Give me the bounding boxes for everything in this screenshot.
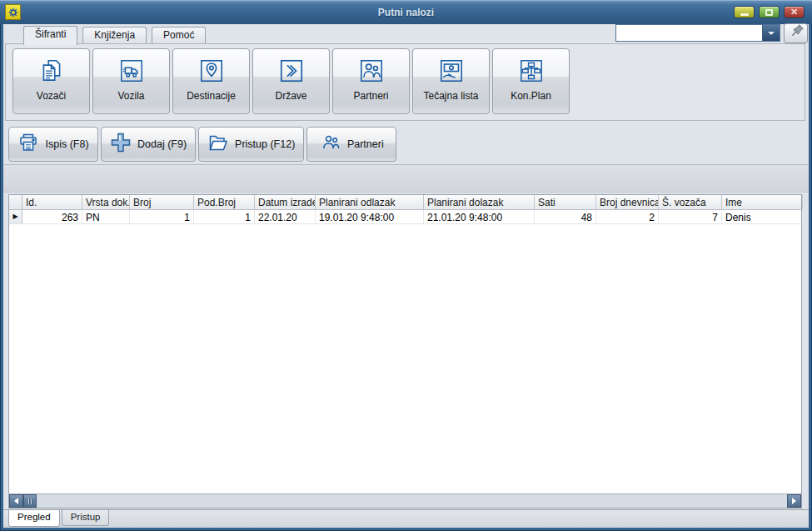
scroll-right-button[interactable]	[787, 494, 801, 508]
grid-selector-header	[9, 195, 22, 209]
table-row[interactable]: ▶263PN1122.01.2019.01.20 9:48:0021.01.20…	[9, 210, 801, 224]
view-tab-pristup[interactable]: Pristup	[62, 510, 110, 526]
folder-open-icon	[207, 132, 229, 157]
arrow-left-icon	[14, 498, 18, 504]
cell-planirani-dolazak[interactable]: 21.01.20 9:48:00	[424, 210, 535, 223]
action-button-ispis-f8[interactable]: Ispis (F8)	[8, 127, 98, 162]
column-header-pod-broj[interactable]: Pod.Broj	[194, 195, 255, 209]
cell-broj[interactable]: 1	[130, 210, 194, 223]
grid-header-row: Id.Vrsta dok.BrojPod.BrojDatum izradePla…	[9, 195, 801, 210]
grid-empty-area	[9, 224, 801, 493]
horizontal-scrollbar[interactable]	[9, 493, 801, 508]
thumb-grip-icon	[31, 498, 32, 504]
people-icon	[357, 54, 386, 88]
view-tab-pregled[interactable]: Pregled	[8, 510, 60, 527]
people-small-icon	[320, 132, 341, 157]
close-button[interactable]	[784, 6, 805, 18]
data-grid: Id.Vrsta dok.BrojPod.BrojDatum izradePla…	[8, 194, 802, 508]
ribbon-button-label: Destinacije	[187, 90, 236, 102]
tab-sifranti[interactable]: Šifranti	[23, 26, 77, 45]
double-chevron-icon	[277, 54, 306, 88]
org-chart-icon	[517, 54, 545, 88]
ribbon-button-label: Vozila	[117, 90, 144, 102]
location-pin-icon	[197, 54, 226, 88]
exchange-money-icon	[437, 54, 466, 88]
titlebar: Putni nalozi	[0, 0, 812, 24]
column-header-vrsta-dok[interactable]: Vrsta dok.	[82, 195, 130, 209]
cell-sati[interactable]: 48	[535, 210, 596, 223]
client-area: ŠifrantiKnjiženjaPomoć VozačiVozilaDesti…	[3, 24, 809, 528]
column-header-broj[interactable]: Broj	[130, 195, 194, 209]
scrollbar-thumb[interactable]	[23, 494, 37, 508]
action-toolbar: Ispis (F8)Dodaj (F9)Pristup (F12)Partner…	[8, 127, 396, 162]
view-tabstrip: PregledPristup	[3, 509, 809, 528]
column-header-planirani-dolazak[interactable]: Planirani dolazak	[424, 195, 535, 209]
cell-id[interactable]: 263	[22, 210, 82, 223]
cell-datum-izrade[interactable]: 22.01.20	[255, 210, 316, 223]
close-icon	[790, 8, 798, 17]
truck-icon	[117, 54, 146, 88]
ribbon-button-label: Kon.Plan	[511, 90, 551, 102]
ribbon-button-kon-plan[interactable]: Kon.Plan	[492, 48, 570, 114]
chevron-down-icon	[768, 32, 775, 35]
ribbon-button-tecajna-lista[interactable]: Tečajna lista	[412, 48, 490, 114]
column-header-s-vozaca[interactable]: Š. vozača	[659, 195, 722, 209]
quick-search-combobox[interactable]	[615, 24, 780, 42]
column-header-datum-izrade[interactable]: Datum izrade	[255, 195, 316, 209]
scroll-left-button[interactable]	[9, 494, 23, 508]
maximize-button[interactable]	[759, 6, 780, 18]
cell-planirani-odlazak[interactable]: 19.01.20 9:48:00	[316, 210, 424, 223]
quick-search-input[interactable]	[616, 25, 762, 41]
ribbon-button-label: Vozači	[37, 90, 66, 102]
app-window: Putni nalozi ŠifrantiKnjiženjaPomoć Voza…	[0, 0, 812, 531]
pin-button[interactable]	[784, 23, 808, 43]
window-title: Putni nalozi	[0, 7, 812, 18]
tab-pomoc[interactable]: Pomoć	[152, 27, 206, 44]
thumb-grip-icon	[28, 498, 29, 504]
scrollbar-track[interactable]	[37, 494, 787, 508]
printer-icon	[17, 132, 39, 157]
documents-icon	[37, 54, 66, 88]
arrow-right-icon	[792, 498, 796, 504]
ribbon-toolbar: VozačiVozilaDestinacijeDržavePartneriTeč…	[5, 43, 805, 121]
cell-broj-dnevnica[interactable]: 2	[596, 210, 659, 223]
cell-s-vozaca[interactable]: 7	[659, 210, 722, 223]
action-button-dodaj-f9[interactable]: Dodaj (F9)	[101, 127, 196, 162]
combobox-dropdown-button[interactable]	[762, 25, 780, 41]
pin-icon	[787, 23, 805, 44]
minimize-icon	[740, 13, 749, 16]
cell-ime[interactable]: Denis	[722, 210, 803, 223]
action-button-label: Pristup (F12)	[235, 138, 295, 150]
ribbon-button-vozila[interactable]: Vozila	[92, 48, 170, 114]
ribbon-button-label: Države	[275, 90, 306, 102]
column-header-ime[interactable]: Ime	[722, 195, 803, 209]
plus-icon	[110, 132, 132, 157]
row-selected-marker-icon: ▶	[12, 213, 17, 220]
action-button-label: Ispis (F8)	[45, 138, 88, 150]
ribbon-button-label: Partneri	[353, 90, 388, 102]
column-header-broj-dnevnica[interactable]: Broj dnevnica	[596, 195, 659, 209]
ribbon-button-drzave[interactable]: Države	[252, 48, 330, 114]
ribbon-button-label: Tečajna lista	[423, 90, 478, 102]
app-gear-icon	[5, 4, 21, 20]
filter-band	[3, 165, 809, 193]
ribbon-button-vozaci[interactable]: Vozači	[12, 48, 90, 114]
ribbon-button-partneri[interactable]: Partneri	[332, 48, 410, 114]
column-header-planirani-odlazak[interactable]: Planirani odlazak	[316, 195, 424, 209]
ribbon-button-destinacije[interactable]: Destinacije	[172, 48, 250, 114]
maximize-icon	[765, 9, 773, 16]
action-button-label: Partneri	[347, 138, 384, 150]
tab-knjizenja[interactable]: Knjiženja	[82, 27, 147, 44]
window-controls	[734, 6, 805, 18]
column-header-sati[interactable]: Sati	[535, 195, 596, 209]
action-button-label: Dodaj (F9)	[137, 138, 187, 150]
cell-vrsta-dok[interactable]: PN	[82, 210, 130, 223]
minimize-button[interactable]	[734, 6, 755, 18]
action-button-partneri[interactable]: Partneri	[306, 127, 396, 162]
row-selector-cell[interactable]: ▶	[9, 210, 22, 223]
column-header-id[interactable]: Id.	[22, 195, 82, 209]
cell-pod-broj[interactable]: 1	[194, 210, 255, 223]
action-button-pristup-f12[interactable]: Pristup (F12)	[198, 127, 304, 162]
